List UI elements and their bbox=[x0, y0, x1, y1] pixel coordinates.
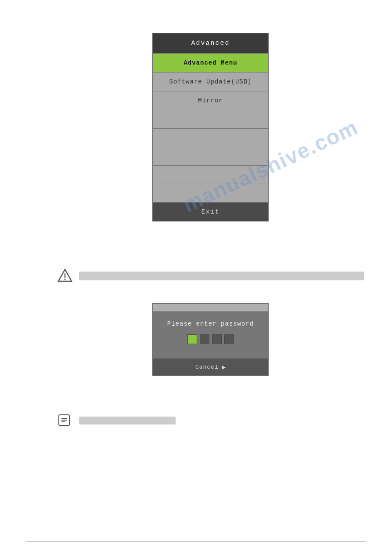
password-dot-1 bbox=[187, 334, 197, 344]
note-bar bbox=[79, 417, 176, 424]
warning-bar bbox=[79, 272, 364, 280]
arrow-right-icon: ▶ bbox=[222, 363, 226, 371]
password-dialog: Please enter password Cancel ▶ bbox=[152, 303, 269, 376]
password-dialog-footer[interactable]: Cancel ▶ bbox=[153, 359, 268, 375]
menu-item-empty-2 bbox=[153, 128, 268, 147]
menu-item-empty-5 bbox=[153, 184, 268, 202]
menu-item-advanced-menu[interactable]: Advanced Menu bbox=[153, 53, 268, 72]
advanced-menu-panel: Advanced Advanced Menu Software Update(U… bbox=[152, 33, 269, 221]
menu-item-software-update[interactable]: Software Update(USB) bbox=[153, 72, 268, 91]
svg-point-2 bbox=[65, 279, 66, 280]
warning-icon bbox=[57, 268, 75, 286]
password-dots bbox=[159, 334, 262, 344]
menu-item-empty-1 bbox=[153, 110, 268, 128]
bottom-divider bbox=[26, 541, 366, 542]
note-icon bbox=[57, 413, 73, 429]
menu-item-exit[interactable]: Exit bbox=[153, 202, 268, 221]
cancel-label: Cancel bbox=[195, 364, 219, 370]
password-dot-2 bbox=[200, 334, 209, 344]
menu-item-empty-4 bbox=[153, 165, 268, 184]
password-dot-3 bbox=[212, 334, 222, 344]
password-dialog-header bbox=[153, 304, 268, 312]
menu-item-mirror[interactable]: Mirror bbox=[153, 91, 268, 110]
menu-item-empty-3 bbox=[153, 147, 268, 165]
menu-title: Advanced bbox=[153, 33, 268, 53]
password-prompt-label: Please enter password bbox=[159, 320, 262, 327]
password-dialog-body: Please enter password bbox=[153, 312, 268, 359]
password-dot-4 bbox=[224, 334, 234, 344]
